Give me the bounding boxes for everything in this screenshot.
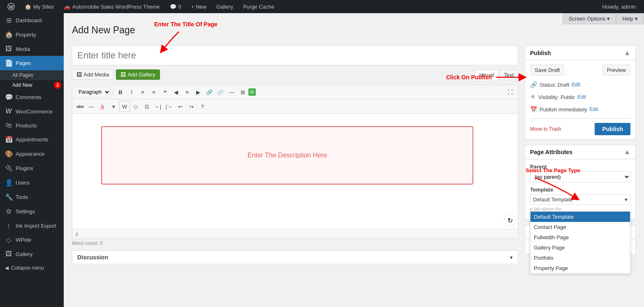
sidebar-item-all-pages[interactable]: All Pages <box>0 70 64 80</box>
horizontal-rule-button[interactable]: — <box>86 101 97 112</box>
sidebar-item-dashboard[interactable]: ⊞ Dashboard <box>0 13 64 28</box>
link-button[interactable]: 🔗 <box>204 87 215 97</box>
refresh-icon[interactable]: ↻ <box>504 214 516 226</box>
sidebar-item-add-new[interactable]: Add New 2 <box>0 80 64 90</box>
template-option-gallery[interactable]: Gallery Page <box>530 242 630 253</box>
page-attributes-box: Page Attributes ▲ Parent (no parent) Tem… <box>525 145 636 220</box>
adminbar-purge-cache[interactable]: Purge Cache <box>239 0 278 13</box>
publish-button[interactable]: Publish <box>595 123 630 135</box>
sidebar-item-tools[interactable]: 🔧 Tools <box>0 190 64 204</box>
status-edit-link[interactable]: Edit <box>572 82 580 88</box>
description-annotation-text: Enter The Description Here <box>248 152 327 159</box>
sidebar-item-settings[interactable]: ⚙ Settings <box>0 204 64 219</box>
adminbar-theme[interactable]: 🚗 Automobile Sales WordPress Theme <box>60 0 164 13</box>
help-toolbar-button[interactable]: ? <box>197 101 208 112</box>
bold-button[interactable]: B <box>115 87 126 97</box>
publish-box-content: Save Draft Preview 🔗 Status: Draft Edit … <box>525 60 635 139</box>
screen-meta-toggle: Screen Options ▾ Help ▾ <box>563 13 644 24</box>
property-icon: 🏠 <box>5 31 12 39</box>
sidebar-item-pages[interactable]: 📄 Pages <box>0 56 64 70</box>
template-option-fullwidth[interactable]: Fullwidth Page <box>530 232 630 242</box>
publish-status: 🔗 Status: Draft Edit <box>530 80 630 90</box>
more-button[interactable]: — <box>226 87 237 97</box>
sidebar-collapse-button[interactable]: ◀ Collapse menu <box>0 261 64 275</box>
wptags-button[interactable]: W <box>248 88 256 96</box>
sidebar-item-plugins[interactable]: 🔌 Plugins <box>0 161 64 175</box>
fullscreen-button[interactable]: ⛶ <box>505 87 515 97</box>
undo-button[interactable]: ↩ <box>175 101 185 112</box>
page-attributes-header[interactable]: Page Attributes ▲ <box>525 145 635 159</box>
post-body: Enter The Title Of Page 🖼 <box>72 46 636 264</box>
adminbar-wp-logo[interactable]: W <box>3 0 19 13</box>
editor-content-area[interactable]: Enter The Description Here Select The Pa… <box>72 114 502 229</box>
template-option-contact[interactable]: Contact Page <box>530 222 630 232</box>
strikethrough-button[interactable]: abc <box>75 101 86 112</box>
refresh-button[interactable]: ↻ <box>502 114 518 228</box>
move-to-trash-link[interactable]: Move to Trash <box>530 126 561 132</box>
editor-tabs: Visual Text <box>475 70 518 80</box>
redo-button[interactable]: ↪ <box>186 101 197 112</box>
sidebar-item-media[interactable]: 🖼 Media <box>0 42 64 56</box>
preview-button[interactable]: Preview <box>602 65 630 76</box>
parent-select[interactable]: (no parent) <box>530 171 630 182</box>
align-right-button[interactable]: ▶ <box>193 87 204 97</box>
media-buttons: 🖼 Add Media 🖼 Add Gallery <box>72 69 160 80</box>
align-left-button[interactable]: ◀ <box>171 87 181 97</box>
paste-word-button[interactable]: W <box>119 101 130 112</box>
unordered-list-button[interactable]: ≡ <box>137 87 148 97</box>
template-option-portfolio[interactable]: Portfolio <box>530 253 630 263</box>
template-row: Template Default Template ▾ Default Temp… <box>530 187 630 211</box>
adminbar-comments[interactable]: 💬 0 <box>166 0 185 13</box>
visibility-edit-link[interactable]: Edit <box>577 94 586 100</box>
postbox-container: Click On Publish Publish ▲ <box>525 46 636 259</box>
sidebar-item-appearance[interactable]: 🎨 Appearance <box>0 147 64 161</box>
adminbar-new[interactable]: + New <box>187 0 211 13</box>
sidebar-item-gallery[interactable]: 🖼 Gallery <box>0 247 64 261</box>
publish-box-header[interactable]: Publish ▲ <box>525 46 635 60</box>
sidebar-item-woocommerce[interactable]: W WooCommerce <box>0 104 64 118</box>
tab-text[interactable]: Text <box>499 70 518 80</box>
sidebar-item-property[interactable]: 🏠 Property <box>0 28 64 42</box>
add-gallery-button[interactable]: 🖼 Add Gallery <box>116 69 160 80</box>
save-draft-button[interactable]: Save Draft <box>530 65 564 76</box>
align-center-button[interactable]: ≡ <box>182 87 192 97</box>
clear-format-button[interactable]: ◇ <box>130 101 141 112</box>
products-icon: 🛍 <box>5 122 12 129</box>
italic-button[interactable]: I <box>126 87 137 97</box>
text-color-dropdown[interactable]: ▾ <box>108 101 119 112</box>
paragraph-select[interactable]: Paragraph <box>75 87 111 97</box>
help-button[interactable]: Help ▾ <box>616 13 644 24</box>
tab-visual[interactable]: Visual <box>475 70 498 80</box>
page-attributes-toggle-icon: ▲ <box>624 148 630 156</box>
ordered-list-button[interactable]: ≡ <box>148 87 159 97</box>
publish-time-edit-link[interactable]: Edit <box>590 106 598 112</box>
special-chars-button[interactable]: Ω <box>141 101 152 112</box>
sidebar: ⊞ Dashboard 🏠 Property 🖼 Media 📄 Pages A… <box>0 13 64 307</box>
adminbar-my-sites[interactable]: 🏠 My Sites <box>21 0 58 13</box>
publish-actions-top: Save Draft Preview <box>530 65 630 76</box>
toolbar-separator-1 <box>113 88 113 96</box>
sidebar-item-products[interactable]: 🛍 Products <box>0 118 64 132</box>
indent-button[interactable]: |→ <box>164 101 174 112</box>
title-input-wrap <box>72 46 518 65</box>
template-select-display[interactable]: Default Template ▾ <box>530 194 630 205</box>
template-option-default[interactable]: Default Template <box>530 212 630 222</box>
template-option-property[interactable]: Property Page <box>530 263 630 273</box>
add-media-button[interactable]: 🖼 Add Media <box>72 69 114 80</box>
blockquote-button[interactable]: ❝ <box>160 87 170 97</box>
admin-bar: W 🏠 My Sites 🚗 Automobile Sales WordPres… <box>0 0 644 13</box>
sidebar-item-users[interactable]: 👤 Users <box>0 175 64 190</box>
unlink-button[interactable]: 🔗 <box>215 87 226 97</box>
text-color-button[interactable]: A <box>97 101 108 112</box>
outdent-button[interactable]: ←| <box>153 101 163 112</box>
sidebar-item-wpide[interactable]: ◇ WPide <box>0 233 64 247</box>
screen-options-button[interactable]: Screen Options ▾ <box>563 13 616 24</box>
adminbar-gallery[interactable]: Gallery <box>212 0 237 13</box>
sidebar-item-comments[interactable]: 💬 Comments <box>0 90 64 104</box>
sidebar-item-ink-import[interactable]: ↕ Ink Import Export <box>0 219 64 233</box>
table-button[interactable]: ⊞ <box>237 87 248 97</box>
discussion-toggle-icon: ▾ <box>510 254 513 261</box>
sidebar-item-appointments[interactable]: 📅 Appointments <box>0 132 64 147</box>
title-input[interactable] <box>72 46 518 65</box>
discussion-header[interactable]: Discussion ▾ <box>72 251 518 264</box>
